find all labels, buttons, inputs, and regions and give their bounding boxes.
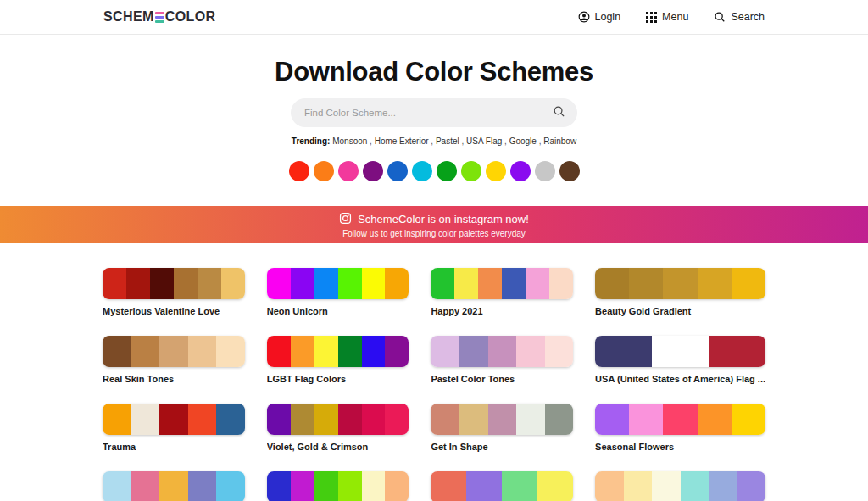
- color-dot[interactable]: [338, 161, 359, 181]
- palette-name: Neon Unicorn: [267, 306, 409, 316]
- color-swatch: [466, 471, 502, 501]
- trending-separator: ,: [459, 136, 466, 146]
- search-submit-icon[interactable]: [553, 105, 565, 121]
- color-swatch: [159, 471, 188, 501]
- palette-card[interactable]: Vibrant Hope: [267, 471, 409, 501]
- palette-card[interactable]: Pastel Color Tones: [431, 336, 573, 384]
- trending-link-pastel[interactable]: Pastel: [436, 136, 459, 146]
- logo[interactable]: SCHEM COLOR: [103, 9, 216, 25]
- color-swatch: [216, 336, 245, 367]
- color-swatch: [150, 268, 174, 299]
- color-swatch: [103, 268, 126, 299]
- palette-card[interactable]: Locate This Information: [103, 471, 245, 501]
- color-swatch: [362, 268, 386, 299]
- palette-card[interactable]: Real Skin Tones: [103, 336, 245, 384]
- user-icon: [578, 11, 590, 23]
- palette-swatches: [595, 268, 765, 299]
- palette-name: Beauty Gold Gradient: [595, 306, 765, 316]
- color-swatch: [488, 336, 517, 367]
- login-button[interactable]: Login: [578, 11, 621, 23]
- palette-swatches: [103, 336, 245, 367]
- palette-card[interactable]: Get In Shape: [431, 404, 573, 452]
- color-swatch: [362, 404, 386, 435]
- scheme-search-input[interactable]: [304, 108, 553, 118]
- palette-card[interactable]: Awesome Idea: [431, 471, 573, 501]
- color-swatch: [174, 268, 198, 299]
- trending-separator: ,: [502, 136, 509, 146]
- trending-row: Trending: Monsoon , Home Exterior , Past…: [0, 136, 868, 146]
- color-swatch: [267, 268, 291, 299]
- palette-swatches: [595, 471, 765, 501]
- palette-swatches: [267, 336, 409, 367]
- color-swatch: [431, 471, 466, 501]
- palette-name: Get In Shape: [431, 442, 573, 452]
- color-swatch: [502, 471, 537, 501]
- trending-link-google[interactable]: Google: [509, 136, 537, 146]
- trending-link-home-exterior[interactable]: Home Exterior: [375, 136, 429, 146]
- color-dot[interactable]: [461, 161, 481, 181]
- color-swatch: [516, 336, 545, 367]
- color-dot[interactable]: [412, 161, 432, 181]
- color-swatch: [431, 268, 454, 299]
- color-swatch: [291, 471, 314, 501]
- color-dot[interactable]: [363, 161, 383, 181]
- palette-card[interactable]: LGBT Flag Colors: [267, 336, 409, 384]
- color-swatch: [595, 404, 629, 435]
- color-dot[interactable]: [559, 161, 580, 181]
- color-swatch: [709, 336, 765, 367]
- banner-headline: SchemeColor is on instagram now!: [358, 213, 529, 225]
- palette-card[interactable]: Trauma: [103, 404, 245, 452]
- search-nav-button[interactable]: Search: [714, 11, 765, 23]
- color-swatch: [103, 471, 131, 501]
- color-dot[interactable]: [314, 161, 334, 181]
- color-dot[interactable]: [535, 161, 555, 181]
- color-swatch: [385, 404, 409, 435]
- palette-grid: Mysterious Valentine LoveNeon UnicornHap…: [103, 268, 765, 501]
- color-swatch: [221, 268, 245, 299]
- color-swatch: [549, 268, 573, 299]
- palette-name: Pastel Color Tones: [431, 374, 573, 384]
- color-swatch: [459, 336, 488, 367]
- instagram-banner[interactable]: SchemeColor is on instagram now! Follow …: [0, 206, 868, 243]
- logo-e-bar: [155, 20, 164, 23]
- color-dot[interactable]: [387, 161, 408, 181]
- logo-text-right: COLOR: [165, 9, 216, 25]
- palette-card[interactable]: Beauty Gold Gradient: [595, 268, 765, 316]
- color-swatch: [478, 268, 502, 299]
- palette-card[interactable]: Seasonal Flowers: [595, 404, 765, 452]
- trending-link-rainbow[interactable]: Rainbow: [543, 136, 576, 146]
- hero-section: Download Color Schemes Trending: Monsoon…: [0, 35, 868, 181]
- color-swatch: [338, 471, 362, 501]
- color-swatch: [314, 268, 338, 299]
- menu-button[interactable]: Menu: [646, 11, 688, 23]
- color-swatch: [267, 471, 291, 501]
- palette-card[interactable]: Neon Unicorn: [267, 268, 409, 316]
- trending-separator: ,: [367, 136, 374, 146]
- palette-name: Trauma: [103, 442, 245, 452]
- palette-card[interactable]: USA (United States of America) Flag ...: [595, 336, 765, 384]
- menu-label: Menu: [662, 11, 688, 23]
- color-dot[interactable]: [289, 161, 309, 181]
- palette-name: Happy 2021: [431, 306, 573, 316]
- color-swatch: [537, 471, 573, 501]
- color-swatch: [188, 336, 217, 367]
- color-swatch: [338, 336, 362, 367]
- palette-name: Mysterious Valentine Love: [103, 306, 245, 316]
- palette-card[interactable]: Happy 2021: [431, 268, 573, 316]
- color-swatch: [698, 268, 732, 299]
- palette-card[interactable]: Genderfaun Flag Colors: [595, 471, 765, 501]
- color-dot[interactable]: [486, 161, 506, 181]
- color-dot[interactable]: [510, 161, 531, 181]
- palette-card[interactable]: Violet, Gold & Crimson: [267, 404, 409, 452]
- color-dot[interactable]: [437, 161, 457, 181]
- logo-e-bar: [155, 16, 164, 19]
- color-swatch: [545, 404, 574, 435]
- color-dots-row: [0, 161, 868, 181]
- color-swatch: [159, 404, 188, 435]
- trending-links: Monsoon , Home Exterior , Pastel , USA F…: [332, 136, 576, 146]
- trending-link-usa-flag[interactable]: USA Flag: [466, 136, 502, 146]
- trending-link-monsoon[interactable]: Monsoon: [332, 136, 367, 146]
- palette-name: Violet, Gold & Crimson: [267, 442, 409, 452]
- color-swatch: [431, 404, 459, 435]
- palette-card[interactable]: Mysterious Valentine Love: [103, 268, 245, 316]
